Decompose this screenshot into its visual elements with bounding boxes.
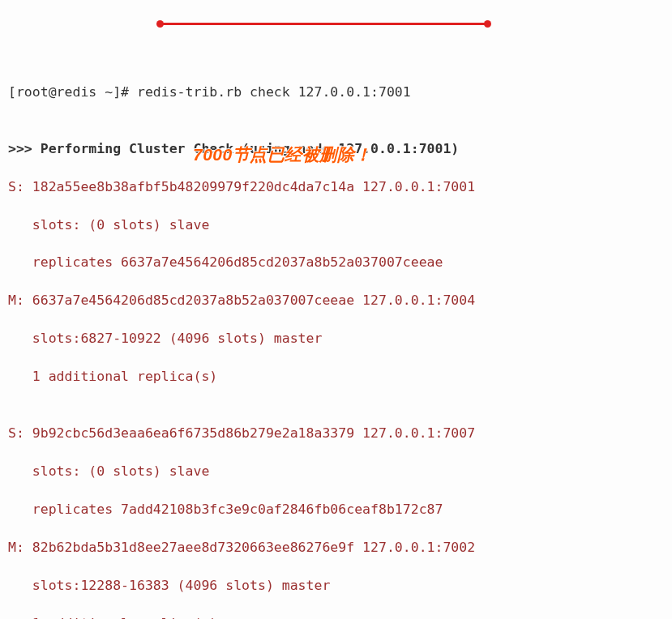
node-line: slots:12288-16383 (4096 slots) master [8, 576, 664, 595]
node-line: M: 6637a7e4564206d85cd2037a8b52a037007ce… [8, 291, 664, 310]
deletion-annotation: 7000节点已经被删除！ [193, 143, 372, 167]
node-line: slots:6827-10922 (4096 slots) master [8, 329, 664, 348]
node-line: 1 additional replica(s) [8, 614, 664, 620]
underline-annotation-icon [160, 23, 488, 25]
command-text: redis-trib.rb check 127.0.0.1:7001 [137, 84, 411, 100]
node-line: S: 9b92cbc56d3eaa6ea6f6735d86b279e2a18a3… [8, 424, 664, 442]
node-line: 1 additional replica(s) [8, 367, 664, 386]
prompt-line: [root@redis ~]# redis-trib.rb check 127.… [8, 83, 664, 101]
node-line: replicates 7add42108b3fc3e9c0af2846fb06c… [8, 500, 664, 519]
node-line: M: 82b62bda5b31d8ee27aee8d7320663ee86276… [8, 538, 664, 557]
node-line: slots: (0 slots) slave [8, 216, 664, 234]
node-line: S: 182a55ee8b38afbf5b48209979f220dc4da7c… [8, 177, 664, 196]
shell-prompt: [root@redis ~]# [8, 84, 137, 100]
node-line: slots: (0 slots) slave [8, 462, 664, 480]
node-line: replicates 6637a7e4564206d85cd2037a8b52a… [8, 253, 664, 271]
